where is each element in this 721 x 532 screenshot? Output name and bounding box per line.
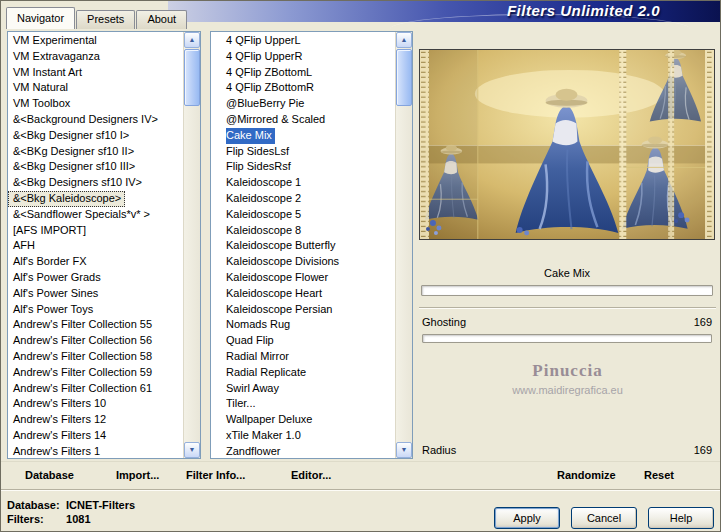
list-item[interactable]: 4 QFlip ZBottomL <box>226 65 395 81</box>
database-label: Database: <box>7 499 63 511</box>
list-item[interactable]: Zandflower <box>226 444 395 458</box>
ghosting-row: Ghosting 169 <box>422 316 712 328</box>
ghosting-value: 169 <box>694 316 712 328</box>
tab-presets[interactable]: Presets <box>76 10 135 29</box>
list-item[interactable]: Andrew's Filters 10 <box>8 396 183 412</box>
list-item[interactable]: VM Natural <box>8 80 183 96</box>
scroll-up-button[interactable] <box>184 32 200 48</box>
list-item[interactable]: Kaleidoscope Flower <box>226 270 395 286</box>
list-item[interactable]: VM Toolbox <box>8 96 183 112</box>
radius-row: Radius 169 <box>422 444 712 456</box>
list-item[interactable]: &<Bkg Designers sf10 IV> <box>8 175 183 191</box>
list-item[interactable]: Andrew's Filters 1 <box>8 444 183 458</box>
list-item[interactable]: Kaleidoscope 1 <box>226 175 395 191</box>
list-item[interactable]: VM Instant Art <box>8 65 183 81</box>
list-item[interactable]: Flip SidesRsf <box>226 159 395 175</box>
list-item[interactable]: &<Bkg Designer sf10 I> <box>8 128 183 144</box>
list-item[interactable]: Wallpaper Deluxe <box>226 412 395 428</box>
import-button[interactable]: Import... <box>116 469 159 481</box>
list-item[interactable]: Cake Mix <box>226 128 275 144</box>
filter-scrollbar[interactable] <box>395 32 412 458</box>
list-item[interactable]: Kaleidoscope Butterfly <box>226 238 395 254</box>
list-item[interactable]: Swirl Away <box>226 381 395 397</box>
list-item[interactable]: Tiler... <box>226 396 395 412</box>
app-title: Filters Unlimited 2.0 <box>507 2 660 19</box>
list-item[interactable]: @BlueBerry Pie <box>226 96 395 112</box>
watermark-url: www.maidiregrafica.eu <box>419 383 716 398</box>
list-item[interactable]: Andrew's Filter Collection 55 <box>8 317 183 333</box>
preview-image <box>419 49 715 240</box>
apply-button[interactable]: Apply <box>494 507 560 529</box>
list-item[interactable]: Kaleidoscope 8 <box>226 223 395 239</box>
list-item[interactable]: VM Extravaganza <box>8 49 183 65</box>
list-item[interactable]: 4 QFlip UpperR <box>226 49 395 65</box>
database-value: ICNET-Filters <box>66 499 135 511</box>
list-item[interactable]: Nomads Rug <box>226 317 395 333</box>
list-item[interactable]: &<Bkg Designer sf10 III> <box>8 159 183 175</box>
list-item[interactable]: Andrew's Filter Collection 58 <box>8 349 183 365</box>
list-item[interactable]: Alf's Border FX <box>8 254 183 270</box>
list-item[interactable]: Kaleidoscope Persian <box>226 302 395 318</box>
filter-list: 4 QFlip UpperL4 QFlip UpperR4 QFlip ZBot… <box>211 32 395 458</box>
tab-about[interactable]: About <box>136 10 187 29</box>
randomize-button[interactable]: Randomize <box>557 469 616 481</box>
toolbar: Database Import... Filter Info... Editor… <box>1 461 720 489</box>
editor-button[interactable]: Editor... <box>291 469 331 481</box>
filters-value: 1081 <box>66 513 90 525</box>
category-scrollbar[interactable] <box>183 32 200 458</box>
main-area: VM ExperimentalVM ExtravaganzaVM Instant… <box>1 29 720 461</box>
list-item[interactable]: AFH <box>8 238 183 254</box>
list-item[interactable]: Quad Flip <box>226 333 395 349</box>
scroll-thumb[interactable] <box>184 49 200 106</box>
filter-info-button[interactable]: Filter Info... <box>186 469 245 481</box>
list-item[interactable]: xTile Maker 1.0 <box>226 428 395 444</box>
filter-listbox: 4 QFlip UpperL4 QFlip UpperR4 QFlip ZBot… <box>210 31 413 459</box>
list-item[interactable]: Andrew's Filter Collection 61 <box>8 381 183 397</box>
category-list: VM ExperimentalVM ExtravaganzaVM Instant… <box>8 32 183 458</box>
tab-navigator[interactable]: Navigator <box>6 7 75 29</box>
list-item[interactable]: Alf's Power Sines <box>8 286 183 302</box>
list-item[interactable]: Radial Mirror <box>226 349 395 365</box>
list-item[interactable]: [AFS IMPORT] <box>8 223 183 239</box>
list-item[interactable]: Alf's Power Grads <box>8 270 183 286</box>
list-item[interactable]: &<Sandflower Specials*v* > <box>8 207 183 223</box>
list-item[interactable]: 4 QFlip ZBottomR <box>226 80 395 96</box>
list-item[interactable]: 4 QFlip UpperL <box>226 33 395 49</box>
list-item[interactable]: Andrew's Filters 12 <box>8 412 183 428</box>
filter-controls: Ghosting 169 Pinuccia www.maidiregrafica… <box>419 307 716 459</box>
status-filters: Filters: 1081 <box>7 513 91 525</box>
filters-label: Filters: <box>7 513 63 525</box>
scroll-down-button[interactable] <box>184 442 200 458</box>
selected-filter-name: Cake Mix <box>419 267 715 279</box>
ghosting-slider[interactable] <box>422 334 712 343</box>
list-item[interactable]: Andrew's Filter Collection 59 <box>8 365 183 381</box>
list-item[interactable]: @Mirrored & Scaled <box>226 112 395 128</box>
filters-unlimited-dialog: Filters Unlimited 2.0 Navigator Presets … <box>0 0 721 532</box>
scroll-down-button[interactable] <box>396 442 412 458</box>
reset-button[interactable]: Reset <box>644 469 674 481</box>
list-item[interactable]: Andrew's Filter Collection 56 <box>8 333 183 349</box>
list-item[interactable]: Kaleidoscope 2 <box>226 191 395 207</box>
category-listbox: VM ExperimentalVM ExtravaganzaVM Instant… <box>7 31 201 459</box>
list-item[interactable]: VM Experimental <box>8 33 183 49</box>
list-item[interactable]: Flip SidesLsf <box>226 144 395 160</box>
status-bar: Database: ICNET-Filters Filters: 1081 Ap… <box>1 489 720 531</box>
scroll-thumb[interactable] <box>396 49 412 106</box>
dialog-buttons: Apply Cancel Help <box>494 507 714 529</box>
help-button[interactable]: Help <box>648 507 714 529</box>
cancel-button[interactable]: Cancel <box>571 507 637 529</box>
list-item[interactable]: &<Background Designers IV> <box>8 112 183 128</box>
list-item[interactable]: &<BKg Designer sf10 II> <box>8 144 183 160</box>
database-button[interactable]: Database <box>25 469 74 481</box>
list-item[interactable]: Radial Replicate <box>226 365 395 381</box>
ghosting-label: Ghosting <box>422 316 466 328</box>
header: Filters Unlimited 2.0 Navigator Presets … <box>1 1 720 29</box>
list-item[interactable]: Andrew's Filters 14 <box>8 428 183 444</box>
list-item[interactable]: Alf's Power Toys <box>8 302 183 318</box>
list-item[interactable]: Kaleidoscope 5 <box>226 207 395 223</box>
list-item[interactable]: &<Bkg Kaleidoscope> <box>8 191 125 207</box>
scroll-up-button[interactable] <box>396 32 412 48</box>
list-item[interactable]: Kaleidoscope Divisions <box>226 254 395 270</box>
preview-panel: Cake Mix Ghosting 169 Pinuccia www.maidi… <box>419 31 718 459</box>
list-item[interactable]: Kaleidoscope Heart <box>226 286 395 302</box>
